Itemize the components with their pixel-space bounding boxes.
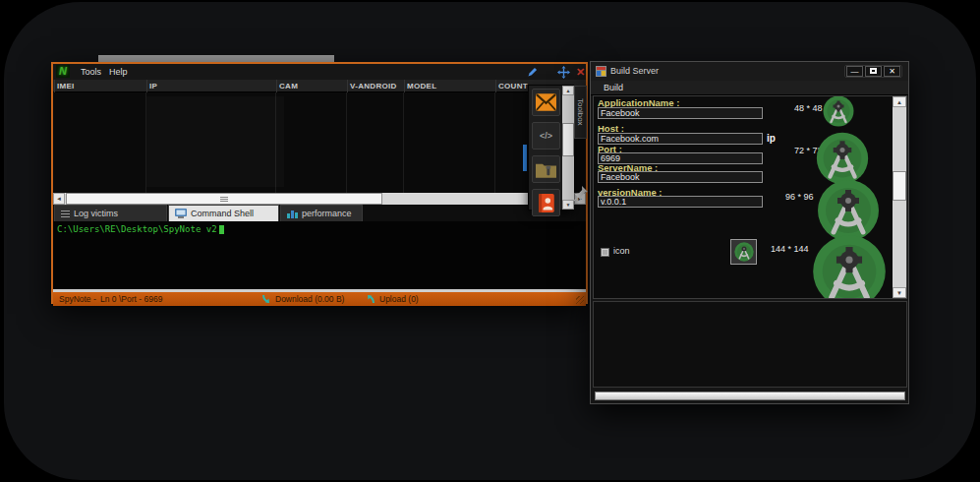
icon-checkbox[interactable]: [601, 248, 609, 257]
size-144-label: 144 * 144: [771, 244, 809, 254]
bottom-tabbar: Log victims Command Shell performance: [53, 205, 586, 221]
scroll-left-button[interactable]: ◄: [53, 193, 65, 205]
close-button[interactable]: ✕: [884, 66, 900, 77]
android-icon-96: [817, 179, 880, 242]
build-server-window: Build Server — ✕ Build ApplicationName :…: [590, 61, 909, 404]
column-ip[interactable]: IP: [146, 80, 276, 92]
maximize-glyph: [870, 68, 877, 74]
chart-icon: [287, 209, 298, 218]
build-panel-scrollbar[interactable]: ▲ ▼: [893, 96, 906, 298]
toolbox-panel: </> ▲ ▼: [528, 85, 574, 211]
build-window-title: Build Server: [610, 62, 659, 81]
titlebar[interactable]: N Tools Help ✕: [53, 64, 586, 80]
panel-scroll-up-button[interactable]: ▲: [893, 96, 906, 107]
scrollbar-grip: [220, 197, 228, 202]
command-shell-output[interactable]: C:\Users\RE\Desktop\SpyNote v2: [53, 221, 586, 289]
status-app: SpyNote -: [59, 292, 96, 306]
android-icon-small: [734, 242, 754, 262]
status-upload: Upload (0): [379, 292, 419, 306]
size-96-label: 96 * 96: [785, 192, 814, 202]
faint-watermark: [146, 96, 284, 187]
tab-performance[interactable]: performance: [280, 205, 363, 221]
tab-command-shell[interactable]: Command Shell: [168, 205, 279, 221]
pin-icon[interactable]: [573, 185, 589, 203]
download-icon: [261, 294, 271, 304]
build-window-icon: [596, 66, 606, 77]
size-48-label: 48 * 48: [794, 103, 823, 113]
panel-scroll-down-button[interactable]: ▼: [893, 287, 906, 298]
shell-cursor: [219, 225, 224, 234]
column-divider: [403, 92, 404, 193]
build-menubar: Build: [591, 81, 908, 95]
version-name-input[interactable]: [598, 196, 763, 208]
toolbox-scrollbar-thumb[interactable]: [562, 123, 574, 156]
pencil-icon[interactable]: [526, 66, 539, 79]
screenshot-canvas: N Tools Help ✕ IMEI IP CAM V-ANDROID MOD…: [0, 0, 980, 482]
spynote-main-window: N Tools Help ✕ IMEI IP CAM V-ANDROID MOD…: [51, 62, 588, 304]
android-icon-144: [812, 234, 887, 299]
column-divider: [346, 92, 347, 193]
close-icon[interactable]: ✕: [574, 66, 587, 79]
build-log-area[interactable]: [593, 301, 907, 388]
menu-help[interactable]: Help: [109, 64, 128, 80]
maximize-button[interactable]: [865, 66, 882, 77]
ip-label: ip: [767, 133, 776, 144]
status-line: Ln 0: [100, 292, 117, 306]
minimize-button[interactable]: —: [846, 66, 863, 77]
column-v-android[interactable]: V-ANDROID: [347, 80, 404, 92]
toolbox-code-button[interactable]: </>: [532, 122, 560, 150]
column-divider: [494, 92, 495, 193]
android-icon-48: [823, 95, 854, 127]
column-cam[interactable]: CAM: [276, 80, 347, 92]
hamburger-icon: [61, 209, 70, 217]
column-imei[interactable]: IMEI: [54, 80, 146, 92]
panel-scrollbar-thumb[interactable]: [893, 171, 906, 201]
build-titlebar[interactable]: Build Server — ✕: [591, 62, 908, 81]
victims-table-header: IMEI IP CAM V-ANDROID MODEL COUNT: [53, 80, 586, 92]
menu-tools[interactable]: Tools: [81, 64, 101, 80]
build-form-panel: ApplicationName : Host : ip Port : Serve…: [593, 95, 907, 299]
toolbox-files-button[interactable]: [532, 155, 560, 183]
toolbox-tab-label[interactable]: Toolbox: [574, 86, 587, 139]
toolbox-scroll-up-button[interactable]: ▲: [562, 86, 574, 95]
status-download: Download (0.00 B): [275, 292, 344, 306]
icon-preview-button[interactable]: [730, 239, 757, 265]
move-icon[interactable]: [557, 66, 570, 79]
horizontal-scrollbar[interactable]: ◄ ►: [53, 193, 586, 205]
window-controls: — ✕: [844, 65, 902, 78]
toolbox-selection-bar: [523, 145, 527, 171]
application-name-input[interactable]: [598, 107, 763, 119]
upload-icon: [366, 294, 375, 304]
spynote-logo-icon: N: [56, 65, 70, 78]
folder-icon: [536, 161, 556, 178]
shell-prompt: C:\Users\RE\Desktop\SpyNote v2: [57, 224, 224, 234]
column-model[interactable]: MODEL: [404, 80, 495, 92]
resize-grip[interactable]: [576, 296, 584, 304]
host-input[interactable]: [598, 133, 763, 145]
contacts-icon: [538, 194, 555, 212]
menu-build[interactable]: Build: [604, 81, 623, 95]
scrollbar-thumb[interactable]: [66, 193, 382, 205]
envelope-icon: [536, 93, 556, 111]
statusbar: SpyNote - Ln 0 \Port - 6969 Download (0.…: [53, 292, 586, 306]
toolbox-envelope-button[interactable]: [532, 89, 560, 116]
tab-log-victims[interactable]: Log victims: [54, 205, 167, 221]
build-progress-bar: [595, 392, 905, 400]
icon-checkbox-label: icon: [613, 246, 630, 256]
android-icon-72: [816, 132, 869, 185]
toolbox-contacts-button[interactable]: [532, 189, 560, 216]
status-port: \Port - 6969: [119, 292, 162, 306]
server-name-input[interactable]: [598, 171, 763, 183]
victims-list-body[interactable]: [53, 92, 586, 193]
terminal-icon: [175, 209, 187, 218]
